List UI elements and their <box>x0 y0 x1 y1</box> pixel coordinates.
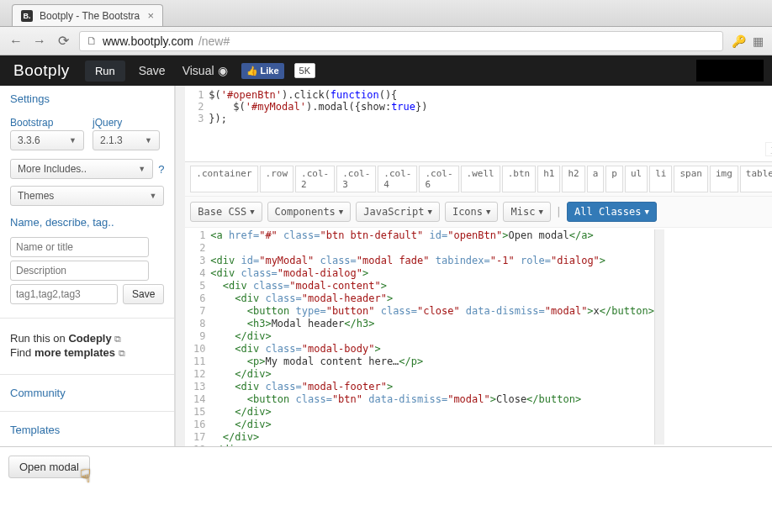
more-templates-link[interactable]: Find more templates ⧉ <box>10 346 164 359</box>
tag-pill[interactable]: a <box>587 166 605 192</box>
tag-pill[interactable]: li <box>649 166 672 192</box>
browser-tab-strip: B. Bootply - The Bootstra × <box>0 0 772 27</box>
caret-down-icon: ▼ <box>149 192 156 200</box>
caret-down-icon: ▼ <box>138 165 145 173</box>
sidebar-save-button[interactable]: Save <box>123 284 164 304</box>
globe-icon: 🗋 <box>87 34 98 47</box>
url-input[interactable]: 🗋 www.bootply.com/new# <box>79 31 723 51</box>
help-icon[interactable]: ? <box>158 163 164 176</box>
html-editor[interactable]: 123456789101112131415161718 <a href="#" … <box>185 228 772 446</box>
pane-language-tag: javascript <box>765 142 772 156</box>
base-css-dropdown[interactable]: Base CSS▼ <box>190 202 262 222</box>
translate-icon[interactable]: ▦ <box>753 34 764 48</box>
caret-down-icon: ▼ <box>69 136 77 145</box>
all-classes-dropdown[interactable]: All Classes▼ <box>567 202 657 222</box>
javascript-dropdown[interactable]: JavaScript▼ <box>356 202 440 222</box>
themes-select[interactable]: Themes▼ <box>10 186 164 206</box>
app-navbar: Bootply Run Save Visual ◉ 👍 Like 5K <box>0 55 772 86</box>
run-button[interactable]: Run <box>85 61 125 82</box>
facebook-like-button[interactable]: 👍 Like <box>241 63 284 79</box>
tab-close-icon[interactable]: × <box>147 9 154 22</box>
tag-pill[interactable]: h2 <box>562 166 584 192</box>
forward-button[interactable]: → <box>32 34 47 49</box>
jquery-label: jQuery <box>93 117 160 129</box>
tab-title: Bootply - The Bootstra <box>40 10 140 22</box>
navbar-right-slot <box>696 60 764 82</box>
brand-logo[interactable]: Bootply <box>8 61 75 80</box>
more-includes-select[interactable]: More Includes..▼ <box>10 159 153 179</box>
element-tag-row: .container .row .col-2 .col-3 .col-4 .co… <box>185 162 772 197</box>
caret-down-icon: ▼ <box>145 136 152 145</box>
tag-pill[interactable]: h1 <box>537 166 560 192</box>
back-button[interactable]: ← <box>8 34 24 49</box>
run-codeply-link[interactable]: Run this on Codeply ⧉ <box>10 332 164 345</box>
tag-pill[interactable]: .col-4 <box>378 166 417 192</box>
open-modal-button[interactable]: Open modal <box>8 456 90 478</box>
jquery-version-select[interactable]: 2.1.3▼ <box>93 130 160 150</box>
tag-pill[interactable]: table <box>740 166 772 192</box>
tag-pill[interactable]: .col-6 <box>419 166 458 192</box>
tag-pill[interactable]: .col-3 <box>336 166 376 192</box>
external-link-icon: ⧉ <box>114 334 121 344</box>
name-input[interactable] <box>10 237 149 257</box>
tag-pill[interactable]: span <box>674 166 708 192</box>
tag-pill[interactable]: img <box>710 166 738 192</box>
templates-link[interactable]: Templates <box>10 424 60 436</box>
js-editor-pane: 1 2 3 $('#openBtn').click(function(){ $(… <box>185 86 772 446</box>
reload-button[interactable]: ⟳ <box>56 33 71 49</box>
key-icon[interactable]: 🔑 <box>732 34 746 48</box>
save-link[interactable]: Save <box>135 64 169 77</box>
cursor-pointer-icon: ☟ <box>80 466 91 487</box>
icons-dropdown[interactable]: Icons▼ <box>445 202 499 222</box>
eye-icon: ◉ <box>218 64 228 77</box>
tag-pill[interactable]: ul <box>625 166 648 192</box>
html-scrollbar[interactable] <box>654 229 664 445</box>
address-bar: ← → ⟳ 🗋 www.bootply.com/new# 🔑 ▦ <box>0 27 772 55</box>
tag-pill[interactable]: .row <box>260 166 294 192</box>
facebook-like-count: 5K <box>294 63 315 78</box>
bootstrap-version-select[interactable]: 3.3.6▼ <box>10 130 84 150</box>
thumb-up-icon: 👍 <box>246 66 258 76</box>
tag-pill[interactable]: .col-2 <box>295 166 335 192</box>
community-link[interactable]: Community <box>10 387 66 399</box>
url-path: /new# <box>198 34 230 48</box>
sidebar-scrollbar[interactable] <box>175 86 185 446</box>
description-input[interactable] <box>10 261 149 281</box>
tab-favicon: B. <box>21 10 33 22</box>
components-dropdown[interactable]: Components▼ <box>267 202 352 222</box>
preview-pane: Open modal ☟ <box>0 446 772 532</box>
tag-pill[interactable]: .btn <box>502 166 537 192</box>
external-link-icon: ⧉ <box>119 348 125 358</box>
tag-pill[interactable]: .well <box>461 166 500 192</box>
tags-input[interactable] <box>10 284 118 304</box>
url-host: www.bootply.com <box>103 34 193 48</box>
misc-dropdown[interactable]: Misc▼ <box>503 202 550 222</box>
bootstrap-label: Bootstrap <box>10 117 84 129</box>
sidebar: Settings Bootstrap 3.3.6▼ jQuery 2.1.3▼ … <box>0 86 175 446</box>
tag-pill[interactable]: p <box>605 166 623 192</box>
name-describe-link[interactable]: Name, describe, tag.. <box>10 216 114 229</box>
js-editor[interactable]: 1 2 3 $('#openBtn').click(function(){ $(… <box>185 86 772 128</box>
browser-tab[interactable]: B. Bootply - The Bootstra × <box>12 4 163 26</box>
sidebar-settings-link[interactable]: Settings <box>10 92 50 105</box>
visual-link[interactable]: Visual ◉ <box>179 64 231 77</box>
tag-pill[interactable]: .container <box>190 166 257 192</box>
toolbar-row: Base CSS▼ Components▼ JavaScript▼ Icons▼… <box>185 197 772 228</box>
